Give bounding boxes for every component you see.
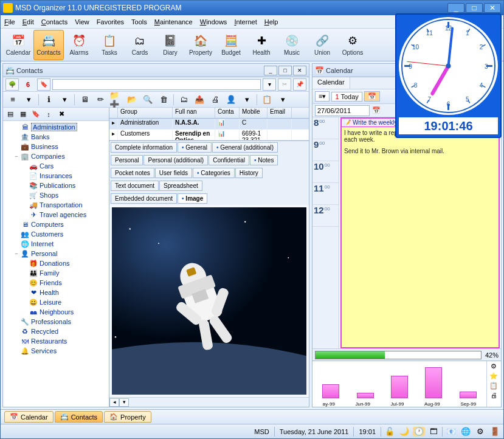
- toolbar-contacts[interactable]: 📇Contacts: [33, 30, 64, 60]
- cards-button[interactable]: 🗂: [176, 93, 191, 106]
- filter-toggle-button[interactable]: 🔖: [37, 78, 50, 91]
- tree-close-button[interactable]: ✖: [55, 109, 67, 120]
- tree-node-neighbours[interactable]: 🏘Neighbours: [4, 307, 108, 317]
- menu-maintenance[interactable]: Maintenance: [154, 18, 193, 26]
- tree-node-customers[interactable]: 👥Customers: [4, 229, 108, 239]
- toolbar-budget[interactable]: 🧮Budget: [216, 30, 246, 60]
- dropdown-icon[interactable]: ▾: [240, 93, 254, 106]
- tree-node-business[interactable]: 💼Business: [4, 142, 108, 151]
- filter-pin-button[interactable]: 📌: [293, 78, 306, 91]
- filter-input[interactable]: [52, 79, 261, 90]
- tree-node-computers[interactable]: 🖥Computers: [4, 220, 108, 229]
- export-button[interactable]: 📤: [192, 93, 207, 106]
- menu-view[interactable]: View: [75, 18, 89, 26]
- bottom-tab-contacts[interactable]: 📇Contacts: [55, 411, 103, 423]
- tab-personal[interactable]: Personal: [111, 155, 143, 165]
- new-folder-button[interactable]: 📁➕: [109, 93, 123, 106]
- window-icon[interactable]: 🗔: [427, 427, 440, 436]
- tree-node-recycled[interactable]: ♻Recycled: [4, 327, 108, 336]
- toolbar-union[interactable]: 🔗Union: [307, 30, 337, 60]
- menu-windows[interactable]: Windows: [200, 18, 227, 26]
- tab-personal-additional-[interactable]: Personal (additional): [143, 155, 208, 165]
- calendar-event[interactable]: 📝 Write the weekly report ↻ I have to wr…: [340, 117, 500, 348]
- groups-tree[interactable]: 🏛Administration🏦Banks💼Business−🏢Companie…: [3, 121, 109, 407]
- col-mobile[interactable]: Mobile: [240, 108, 268, 118]
- tab-pocket-notes[interactable]: Pocket notes: [111, 168, 154, 178]
- menu-internet[interactable]: Internet: [234, 18, 257, 26]
- hour-11[interactable]: 1100: [312, 183, 339, 205]
- clock-widget[interactable]: 121234567891011 19:01:46: [395, 13, 502, 138]
- copy-button[interactable]: 📋: [260, 93, 274, 106]
- tab-general[interactable]: General: [178, 142, 212, 153]
- person-button[interactable]: 👤: [224, 93, 238, 106]
- tree-tag-button[interactable]: 🔖: [30, 109, 42, 120]
- maximize-button[interactable]: □: [466, 3, 483, 13]
- cal-view-button[interactable]: 📅: [364, 91, 380, 102]
- tree-node-restaurants[interactable]: 🍽Restaurants: [4, 336, 108, 346]
- tab-text-document[interactable]: Text document: [111, 181, 159, 191]
- info-button[interactable]: ℹ: [41, 93, 56, 106]
- tab-notes[interactable]: Notes: [250, 155, 278, 165]
- moon-icon[interactable]: 🌙: [398, 427, 410, 436]
- toolbar-health[interactable]: ✚Health: [246, 30, 277, 60]
- toolbar-cards[interactable]: 🗂Cards: [125, 30, 155, 60]
- bottom-tab-calendar[interactable]: 📅Calendar: [4, 411, 54, 423]
- tree-node-travel-agencies[interactable]: ✈Travel agencies: [4, 210, 108, 220]
- bottom-tab-property[interactable]: 🏠Property: [104, 411, 151, 423]
- toolbar-alarms[interactable]: ⏰Alarms: [64, 30, 94, 60]
- tree-node-family[interactable]: 👪Family: [4, 268, 108, 278]
- tab-history[interactable]: History: [235, 168, 263, 178]
- tree-collapse-button[interactable]: ▦: [17, 109, 29, 120]
- today-button[interactable]: 1 Today: [331, 92, 362, 102]
- menu-contacts[interactable]: Contacts: [41, 18, 67, 26]
- lock-icon[interactable]: 🔓: [384, 427, 396, 436]
- tree-node-banks[interactable]: 🏦Banks: [4, 132, 108, 142]
- scroll-left-button[interactable]: ◂: [109, 398, 119, 407]
- tab-general-additional-[interactable]: General (additional): [212, 142, 278, 153]
- toolbar-property[interactable]: 🏠Property: [185, 30, 216, 60]
- dropdown-icon[interactable]: ▾: [21, 93, 36, 106]
- scroll-down-button[interactable]: ▾: [119, 398, 129, 407]
- mail-block-icon[interactable]: 📧: [445, 427, 457, 436]
- hour-9[interactable]: 900: [312, 139, 339, 161]
- tree-node-services[interactable]: 🔔Services: [4, 346, 108, 356]
- col-email[interactable]: Email: [268, 108, 292, 118]
- tree-node-friends[interactable]: 😊Friends: [4, 278, 108, 288]
- tab-categories[interactable]: Categories: [193, 168, 235, 178]
- menu-favorites[interactable]: Favorites: [97, 18, 124, 26]
- toolbar-calendar[interactable]: 📅Calendar: [3, 30, 33, 60]
- hour-12[interactable]: 1200: [312, 205, 339, 227]
- find-folder-button[interactable]: 🔍: [140, 93, 155, 106]
- tree-node-professionals[interactable]: 🔧Professionals: [4, 317, 108, 327]
- col-group[interactable]: Group: [118, 108, 173, 118]
- tree-sort-button[interactable]: ↕: [43, 109, 55, 120]
- tree-node-insurances[interactable]: 📄Insurances: [4, 171, 108, 181]
- filter-dropdown-button[interactable]: ▾: [263, 78, 276, 91]
- delete-folder-button[interactable]: 🗑: [156, 93, 171, 106]
- hour-8[interactable]: 800: [312, 117, 339, 139]
- tab-embedded-document[interactable]: Embedded document: [111, 193, 177, 204]
- col-conta[interactable]: Conta: [215, 108, 240, 118]
- date-picker-icon[interactable]: 📅: [372, 106, 381, 114]
- panel-minimize-button[interactable]: _: [264, 66, 277, 75]
- panel-close-button[interactable]: ✕: [293, 66, 306, 75]
- tree-node-leisure[interactable]: 😀Leisure: [4, 297, 108, 307]
- menu-tools[interactable]: Tools: [131, 18, 147, 26]
- edit-button[interactable]: ✏: [93, 93, 108, 106]
- contacts-grid[interactable]: GroupFull nanContaMobileEmail ▸Administr…: [109, 108, 309, 141]
- chart-print-icon[interactable]: 🖨: [488, 392, 499, 400]
- chart-copy-icon[interactable]: 📋: [488, 382, 499, 390]
- menu-file[interactable]: File: [4, 18, 15, 26]
- tree-expand-button[interactable]: ▤: [4, 109, 16, 120]
- tab-confidential[interactable]: Confidential: [209, 155, 249, 165]
- minimize-button[interactable]: _: [447, 3, 464, 13]
- tree-node-cars[interactable]: 🚗Cars: [4, 161, 108, 171]
- tree-node-publications[interactable]: 📚Publications: [4, 181, 108, 190]
- table-row[interactable]: ▸CustomersSerendip en Optics📊6699-1 23 3…: [109, 130, 309, 140]
- tree-node-personal[interactable]: −👤Personal: [4, 249, 108, 258]
- exit-icon[interactable]: 🚪: [489, 427, 501, 436]
- tab-image[interactable]: Image: [178, 193, 207, 204]
- menu-help[interactable]: Help: [264, 18, 278, 26]
- toolbar-diary[interactable]: 📓Diary: [155, 30, 185, 60]
- toolbar-options[interactable]: ⚙Options: [337, 30, 368, 60]
